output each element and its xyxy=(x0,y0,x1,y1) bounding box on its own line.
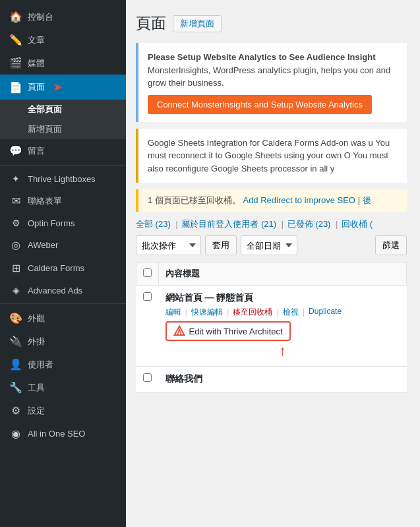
connect-monsterinsights-button[interactable]: Connect MonsterInsights and Setup Websit… xyxy=(148,95,372,114)
view-link[interactable]: 檢視 xyxy=(283,307,299,318)
page-title-home[interactable]: 網站首頁 — 靜態首頁 xyxy=(165,292,254,303)
comments-icon: 💬 xyxy=(9,144,22,157)
thrive-icon: ✦ xyxy=(9,173,22,184)
sidebar: 🏠 控制台 ✏️ 文章 🎬 媒體 📄 頁面 ➤ 全部頁面 新增頁面 💬 留言 xyxy=(0,0,126,527)
sidebar-item-label: Thrive Lightboxes xyxy=(28,174,96,184)
sidebar-item-plugins[interactable]: 🔌 外掛 xyxy=(0,330,126,353)
notice-text: MonsterInsights, WordPress analytics plu… xyxy=(148,64,398,90)
filter-published[interactable]: 已發佈 (23) xyxy=(287,219,331,229)
sidebar-item-users[interactable]: 👤 使用者 xyxy=(0,353,126,376)
thrive-up-arrow: ↑ xyxy=(165,342,400,359)
sidebar-sub-add-page[interactable]: 新增頁面 xyxy=(0,119,126,139)
page-title-contact[interactable]: 聯絡我們 xyxy=(165,373,202,384)
sidebar-item-advads[interactable]: ◈ Advanced Ads xyxy=(0,280,126,301)
filter-all[interactable]: 全部 (23) xyxy=(136,219,171,229)
apply-button[interactable]: 套用 xyxy=(205,235,237,255)
row-actions-home: 編輯 | 快速編輯 | 移至回收桶 | 檢視 | Duplicate xyxy=(165,307,400,318)
settings-icon: ⚙ xyxy=(9,404,22,417)
caldera-icon: ⊞ xyxy=(9,262,22,274)
sidebar-item-seo[interactable]: ◉ All in One SEO xyxy=(0,422,126,445)
add-new-button[interactable]: 新增頁面 xyxy=(173,15,222,32)
trash-link[interactable]: 移至回收桶 xyxy=(233,307,272,318)
date-filter-select[interactable]: 全部日期 xyxy=(241,235,297,255)
sidebar-item-aweber[interactable]: ◎ AWeber xyxy=(0,233,126,257)
undo-link[interactable]: 後 xyxy=(363,195,371,205)
row-checkbox[interactable] xyxy=(143,292,152,301)
col-checkbox xyxy=(136,263,159,286)
duplicate-link[interactable]: Duplicate xyxy=(309,307,342,318)
sidebar-item-settings[interactable]: ⚙ 設定 xyxy=(0,399,126,422)
row-checkbox-cell-2 xyxy=(136,367,159,392)
media-icon: 🎬 xyxy=(9,57,22,69)
monsterinsights-notice: Please Setup Website Analytics to See Au… xyxy=(136,43,407,122)
page-title: 頁面 xyxy=(136,13,166,34)
notice-title: Please Setup Website Analytics to See Au… xyxy=(148,52,376,62)
sep-a1: | xyxy=(185,307,187,318)
add-redirect-link[interactable]: Add Redirect to improve SEO xyxy=(243,195,355,205)
filter-trash[interactable]: 回收桶 ( xyxy=(342,219,373,229)
sidebar-item-label: 外觀 xyxy=(28,313,45,325)
sidebar-item-label: Caldera Forms xyxy=(28,263,84,273)
dashboard-icon: 🏠 xyxy=(9,11,22,23)
sep-a2: | xyxy=(227,307,229,318)
sidebar-item-dashboard[interactable]: 🏠 控制台 xyxy=(0,5,126,28)
sidebar-item-pages[interactable]: 📄 頁面 ➤ xyxy=(0,75,126,100)
sidebar-item-caldera[interactable]: ⊞ Caldera Forms xyxy=(0,257,126,280)
tools-icon: 🔧 xyxy=(9,381,22,394)
sidebar-item-label: 工具 xyxy=(28,382,45,394)
sidebar-item-optin[interactable]: ⚙ Optin Forms xyxy=(0,212,126,233)
sidebar-item-label: 控制台 xyxy=(28,11,53,23)
caldera-notice-text: Google Sheets Integration for Caldera Fo… xyxy=(148,137,398,175)
sidebar-item-label: Advanced Ads xyxy=(28,286,82,295)
sep1: | xyxy=(175,219,180,229)
sidebar-item-label: 留言 xyxy=(28,145,45,157)
sidebar-item-label: All in One SEO xyxy=(28,429,85,439)
filter-mine[interactable]: 屬於目前登入使用者 (21) xyxy=(181,219,276,229)
edit-link[interactable]: 編輯 xyxy=(165,307,181,318)
sidebar-item-media[interactable]: 🎬 媒體 xyxy=(0,51,126,75)
pages-table: 內容標題 網站首頁 — 靜態首頁 編輯 | 快速編輯 | 移至回收桶 xyxy=(136,262,407,392)
filter-button[interactable]: 篩選 xyxy=(375,235,407,255)
divider-1 xyxy=(0,165,126,166)
table-row: 網站首頁 — 靜態首頁 編輯 | 快速編輯 | 移至回收桶 | 檢視 | Dup… xyxy=(136,286,407,367)
sep2: | xyxy=(282,219,286,229)
contact-icon: ✉ xyxy=(9,195,22,207)
divider-2 xyxy=(0,303,126,304)
thrive-architect-button[interactable]: Edit with Thrive Architect xyxy=(165,321,291,341)
select-all-checkbox[interactable] xyxy=(143,268,152,277)
row-content-cell: 網站首頁 — 靜態首頁 編輯 | 快速編輯 | 移至回收桶 | 檢視 | Dup… xyxy=(159,286,407,367)
aweber-icon: ◎ xyxy=(9,239,22,251)
sidebar-sub-all-pages[interactable]: 全部頁面 xyxy=(0,100,126,119)
main-content: 頁面 新增頁面 Please Setup Website Analytics t… xyxy=(126,0,420,527)
sidebar-item-label: 頁面 xyxy=(28,81,45,93)
sidebar-item-label: 文章 xyxy=(28,34,45,46)
filter-links: 全部 (23) | 屬於目前登入使用者 (21) | 已發佈 (23) | 回收… xyxy=(136,218,407,230)
sidebar-item-contact[interactable]: ✉ 聯絡表單 xyxy=(0,189,126,212)
trash-notice: 1 個頁面已移至回收桶。 Add Redirect to improve SEO… xyxy=(136,189,407,212)
sidebar-item-label: 媒體 xyxy=(28,57,45,69)
sidebar-item-label: 設定 xyxy=(28,405,45,417)
sidebar-item-label: 使用者 xyxy=(28,359,53,371)
sidebar-item-comments[interactable]: 💬 留言 xyxy=(0,139,126,162)
sidebar-item-label: Optin Forms xyxy=(28,218,75,228)
row-checkbox-2[interactable] xyxy=(143,373,152,382)
sidebar-item-label: 外掛 xyxy=(28,336,45,348)
plugins-icon: 🔌 xyxy=(9,335,22,348)
sidebar-item-tools[interactable]: 🔧 工具 xyxy=(0,376,126,399)
quick-edit-link[interactable]: 快速編輯 xyxy=(191,307,223,318)
sidebar-item-appearance[interactable]: 🎨 外觀 xyxy=(0,307,126,330)
pages-arrow: ➤ xyxy=(53,80,63,94)
users-icon: 👤 xyxy=(9,358,22,371)
sidebar-item-posts[interactable]: ✏️ 文章 xyxy=(0,28,126,51)
toolbar: 批次操作 移至回收桶 套用 全部日期 篩選 xyxy=(136,235,407,255)
sidebar-item-thrive[interactable]: ✦ Thrive Lightboxes xyxy=(0,168,126,189)
pages-submenu: 全部頁面 新增頁面 xyxy=(0,100,126,139)
sep-trash: | xyxy=(358,195,363,205)
bulk-action-select[interactable]: 批次操作 移至回收桶 xyxy=(136,235,201,255)
appearance-icon: 🎨 xyxy=(9,312,22,325)
pages-icon: 📄 xyxy=(9,81,22,94)
posts-icon: ✏️ xyxy=(9,34,22,46)
sidebar-item-label: AWeber xyxy=(28,240,58,250)
table-row: 聯絡我們 xyxy=(136,367,407,392)
sep-a4: | xyxy=(303,307,305,318)
